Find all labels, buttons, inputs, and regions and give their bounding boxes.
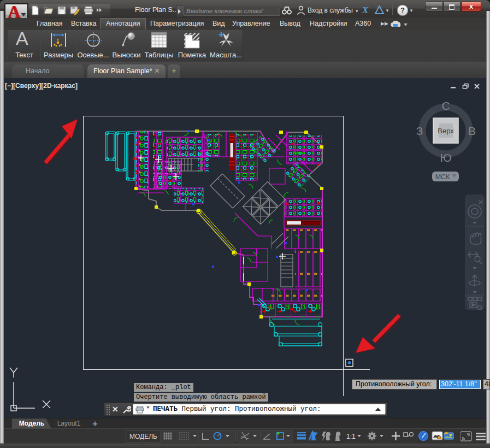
svg-text:З: З [416,125,423,137]
svg-text:С: С [441,99,450,112]
svg-text:1:1: 1:1 [346,433,356,440]
svg-text:Ю: Ю [440,151,451,164]
svg-text:МСК: МСК [435,173,450,181]
svg-text:Верх: Верх [438,127,454,135]
svg-text:В: В [468,125,476,137]
